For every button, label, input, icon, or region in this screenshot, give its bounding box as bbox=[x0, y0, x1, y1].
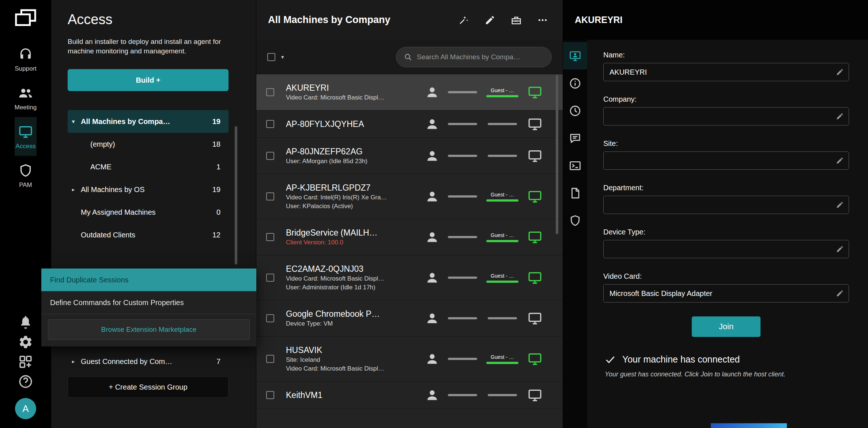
machine-row-ap-80jnzefp62ag[interactable]: AP-80JNZEFP62AGUser: AMorgan (Idle 85d 2… bbox=[256, 138, 563, 174]
machine-row-ap-kjberlrlgpdz7[interactable]: AP-KJBERLRLGPDZ7Video Card: Intel(R) Iri… bbox=[256, 174, 563, 219]
company-field[interactable] bbox=[603, 107, 849, 125]
bell-icon bbox=[18, 315, 33, 330]
session-group-all-machines-by-compa[interactable]: ▾All Machines by Compa…19 bbox=[68, 110, 229, 133]
tab-start[interactable] bbox=[563, 42, 587, 70]
monitor-icon bbox=[528, 189, 542, 204]
machine-row-ap-80fylxjqyhea[interactable]: AP-80FYLXJQYHEA bbox=[256, 110, 563, 138]
join-button[interactable]: Join bbox=[692, 316, 761, 337]
tab-notes[interactable] bbox=[563, 179, 587, 207]
menu-item-find-duplicate-sessions[interactable]: Find Duplicate Sessions bbox=[41, 269, 256, 291]
tab-messages[interactable] bbox=[563, 124, 587, 152]
machine-name: KeithVM1 bbox=[286, 390, 422, 401]
machine-detail: Device Type: VM bbox=[286, 319, 422, 328]
select-all-checkbox[interactable] bbox=[267, 53, 275, 61]
row-checkbox[interactable] bbox=[266, 274, 274, 282]
notifications-button[interactable] bbox=[18, 315, 33, 330]
site-field[interactable] bbox=[603, 151, 849, 170]
info-icon bbox=[569, 77, 581, 90]
row-checkbox[interactable] bbox=[266, 120, 274, 128]
session-group-my-assigned-machines[interactable]: My Assigned Machines0 bbox=[68, 201, 229, 224]
settings-button[interactable] bbox=[18, 334, 33, 350]
machine-list: AKUREYRIVideo Card: Microsoft Basic Disp… bbox=[256, 74, 563, 428]
device-type-field[interactable] bbox=[603, 240, 849, 258]
help-button[interactable] bbox=[18, 374, 33, 389]
machine-info: AP-80FYLXJQYHEA bbox=[286, 110, 425, 138]
edit-icon[interactable] bbox=[836, 112, 844, 120]
machine-row-husavik[interactable]: HUSAVIKSite: IcelandVideo Card: Microsof… bbox=[256, 337, 563, 382]
sidebar-item-meeting[interactable]: Meeting bbox=[15, 78, 37, 117]
menu-item-define-commands-for-custom-properties[interactable]: Define Commands for Custom Properties bbox=[41, 291, 256, 314]
session-group-empty[interactable]: (empty)18 bbox=[68, 133, 229, 155]
chevron-down-icon[interactable]: ▾ bbox=[281, 54, 284, 60]
row-checkbox[interactable] bbox=[266, 355, 274, 363]
create-session-group-button[interactable]: + Create Session Group bbox=[68, 376, 229, 398]
extensions-button[interactable] bbox=[18, 354, 33, 369]
edit-icon[interactable] bbox=[484, 15, 495, 26]
tab-security[interactable] bbox=[563, 207, 587, 234]
row-checkbox[interactable] bbox=[266, 233, 274, 241]
guest-connection-bar bbox=[486, 199, 518, 202]
wand-icon[interactable] bbox=[458, 15, 469, 26]
build-button[interactable]: Build + bbox=[68, 69, 229, 91]
help-icon bbox=[18, 374, 33, 389]
app-logo-icon[interactable] bbox=[13, 6, 38, 31]
chevron-right-icon: ▸ bbox=[72, 187, 81, 192]
detail-header: AKUREYRI bbox=[563, 0, 868, 40]
sidebar-item-access[interactable]: Access bbox=[15, 117, 37, 156]
machine-row-google-chromebook-p[interactable]: Google Chromebook P…Device Type: VM bbox=[256, 300, 563, 337]
machine-row-akureyri[interactable]: AKUREYRIVideo Card: Microsoft Basic Disp… bbox=[256, 74, 563, 110]
detail-title: AKUREYRI bbox=[575, 15, 623, 25]
avatar[interactable]: A bbox=[15, 398, 36, 419]
name-field[interactable] bbox=[603, 63, 849, 81]
row-checkbox[interactable] bbox=[266, 88, 274, 96]
row-checkbox[interactable] bbox=[266, 314, 274, 322]
session-group-acme[interactable]: ACME1 bbox=[68, 155, 229, 178]
sidebar-item-pam[interactable]: PAM bbox=[15, 156, 37, 195]
department-field[interactable] bbox=[603, 196, 849, 214]
edit-icon[interactable] bbox=[836, 68, 844, 76]
group-label: ACME bbox=[90, 163, 112, 171]
edit-icon[interactable] bbox=[836, 289, 844, 297]
guest-label: Guest - … bbox=[491, 192, 514, 198]
session-group-outdated-clients[interactable]: Outdated Clients12 bbox=[68, 224, 229, 246]
sidebar-item-support[interactable]: Support bbox=[15, 40, 37, 78]
edit-icon[interactable] bbox=[836, 245, 844, 253]
partial-bottom-button[interactable] bbox=[711, 423, 787, 428]
host-connection-bar bbox=[448, 358, 477, 360]
device-type-field-wrap bbox=[603, 240, 849, 258]
search-input[interactable] bbox=[417, 53, 544, 61]
machine-list-scrollbar[interactable] bbox=[556, 75, 558, 234]
video-card-field[interactable] bbox=[603, 284, 849, 303]
toolbox-icon[interactable] bbox=[511, 15, 522, 26]
row-checkbox[interactable] bbox=[266, 152, 274, 160]
user-icon bbox=[425, 117, 439, 131]
monitor-icon bbox=[528, 352, 542, 366]
group-label: Outdated Clients bbox=[81, 231, 135, 239]
connection-status: Guest - … bbox=[425, 230, 542, 244]
guest-connection bbox=[486, 155, 519, 157]
machine-row-keithvm1[interactable]: KeithVM1 bbox=[256, 382, 563, 409]
row-checkbox[interactable] bbox=[266, 192, 274, 200]
session-group-scrollbar[interactable] bbox=[235, 126, 237, 264]
machine-detail: Site: Iceland bbox=[286, 356, 422, 364]
group-label: All Machines by Compa… bbox=[81, 117, 170, 126]
tab-commands[interactable] bbox=[563, 152, 587, 179]
session-group-guest-connected-by-com[interactable]: ▸Guest Connected by Com…7 bbox=[68, 350, 229, 373]
sidebar-item-label: Access bbox=[16, 143, 36, 150]
group-label: All Machines by OS bbox=[81, 185, 145, 194]
edit-icon[interactable] bbox=[836, 157, 844, 165]
browse-extension-marketplace-button[interactable]: Browse Extension Marketplace bbox=[48, 319, 250, 340]
tab-info[interactable] bbox=[563, 70, 587, 97]
session-group-all-machines-by-os[interactable]: ▸All Machines by OS19 bbox=[68, 178, 229, 201]
user-icon bbox=[425, 149, 439, 163]
more-icon[interactable] bbox=[537, 15, 548, 26]
detail-body: Name:Company:Site:Department:Device Type… bbox=[563, 40, 868, 428]
detail-panel: AKUREYRI Name:Company:Site:Department:De… bbox=[563, 0, 868, 428]
row-checkbox[interactable] bbox=[266, 391, 274, 399]
edit-icon[interactable] bbox=[836, 201, 844, 209]
tab-timeline[interactable] bbox=[563, 97, 587, 124]
machine-row-bridgeservice-mailh[interactable]: BridgeService (MAILH…Client Version: 100… bbox=[256, 219, 563, 255]
machine-panel: All Machines by Company ▾ AKUREYRIVideo … bbox=[256, 0, 563, 428]
machine-row-ec2amaz-0qjnj03[interactable]: EC2AMAZ-0QJNJ03Video Card: Microsoft Bas… bbox=[256, 255, 563, 300]
monitor-icon bbox=[18, 124, 33, 139]
